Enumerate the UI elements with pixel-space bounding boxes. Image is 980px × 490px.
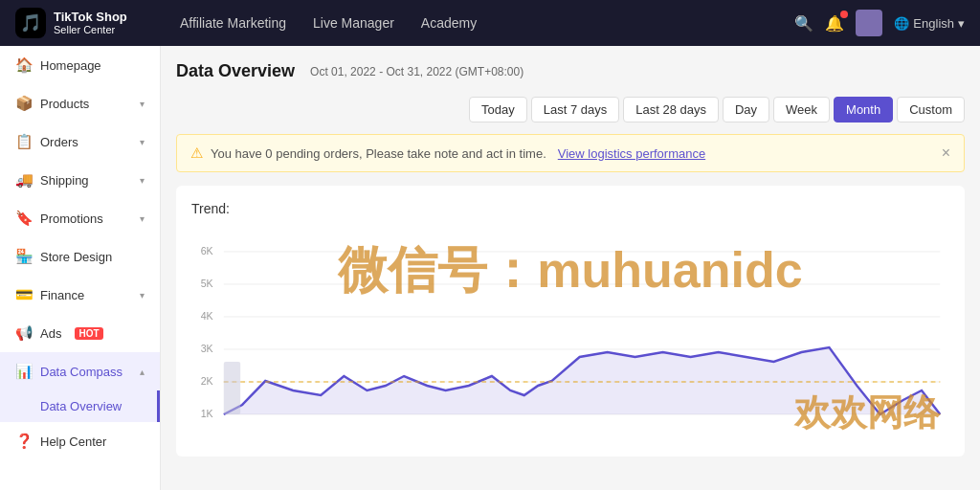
svg-text:2K: 2K — [201, 375, 214, 387]
date-btn-today[interactable]: Today — [469, 97, 527, 122]
top-navigation: 🎵 TikTok Shop Seller Center Affiliate Ma… — [0, 0, 980, 46]
date-btn-week[interactable]: Week — [773, 97, 830, 122]
page-title: Data Overview — [176, 61, 295, 81]
sidebar-item-ads[interactable]: 📢 Ads HOT — [0, 314, 160, 352]
chart-container: Trend: 微信号：muhuanidc 6K 5K 4K 3K 2K 1K — [176, 186, 965, 457]
data-compass-icon: 📊 — [15, 363, 31, 380]
store-design-icon: 🏪 — [15, 248, 31, 265]
chevron-down-icon: ▾ — [140, 175, 145, 186]
sidebar-item-promotions[interactable]: 🔖 Promotions ▾ — [0, 199, 160, 237]
trend-chart: 6K 5K 4K 3K 2K 1K — [191, 228, 949, 438]
tiktok-logo-icon: 🎵 — [15, 8, 46, 38]
chevron-down-icon: ▾ — [140, 99, 145, 109]
pending-orders-alert: ⚠ You have 0 pending orders, Please take… — [176, 134, 965, 172]
chevron-down-icon: ▾ — [140, 137, 145, 147]
date-btn-day[interactable]: Day — [723, 97, 769, 122]
main-layout: 🏠 Homepage 📦 Products ▾ 📋 Orders ▾ 🚚 Shi… — [0, 46, 980, 490]
svg-text:6K: 6K — [201, 245, 214, 256]
nav-academy[interactable]: Academy — [421, 11, 477, 34]
language-selector[interactable]: 🌐 English ▾ — [894, 16, 965, 31]
svg-text:4K: 4K — [201, 310, 214, 322]
warning-icon: ⚠ — [190, 145, 203, 162]
finance-icon: 💳 — [15, 286, 31, 303]
date-btn-custom[interactable]: Custom — [897, 97, 965, 122]
products-icon: 📦 — [15, 95, 31, 112]
sidebar-item-finance[interactable]: 💳 Finance ▾ — [0, 276, 160, 314]
chevron-down-icon: ▾ — [140, 213, 145, 224]
home-icon: 🏠 — [15, 56, 31, 74]
svg-text:3K: 3K — [201, 343, 214, 354]
help-icon: ❓ — [15, 433, 31, 450]
svg-text:5K: 5K — [201, 278, 214, 289]
sidebar-item-orders[interactable]: 📋 Orders ▾ — [0, 122, 160, 161]
hot-badge: HOT — [75, 327, 102, 340]
chevron-down-icon: ▾ — [140, 290, 145, 301]
sidebar-item-products[interactable]: 📦 Products ▾ — [0, 84, 160, 122]
date-btn-last7[interactable]: Last 7 days — [531, 97, 620, 122]
chevron-up-icon: ▴ — [140, 367, 145, 377]
chart-wrapper: 微信号：muhuanidc 6K 5K 4K 3K 2K 1K — [191, 228, 949, 441]
date-btn-last28[interactable]: Last 28 days — [623, 97, 719, 122]
sidebar-subitem-data-overview[interactable]: Data Overview — [0, 390, 160, 422]
sidebar-item-data-compass[interactable]: 📊 Data Compass ▴ — [0, 352, 160, 390]
svg-rect-13 — [224, 362, 240, 414]
logistics-performance-link[interactable]: View logistics performance — [558, 146, 705, 161]
sidebar-item-store-design[interactable]: 🏪 Store Design — [0, 237, 160, 276]
date-buttons: Today Last 7 days Last 28 days Day Week … — [469, 97, 965, 122]
sidebar-item-shipping[interactable]: 🚚 Shipping ▾ — [0, 161, 160, 199]
ads-icon: 📢 — [15, 324, 31, 342]
avatar[interactable] — [856, 10, 882, 36]
chart-title: Trend: — [191, 201, 949, 216]
sidebar-item-homepage[interactable]: 🏠 Homepage — [0, 46, 160, 84]
alert-message: You have 0 pending orders, Please take n… — [211, 146, 546, 161]
sidebar-item-help-center[interactable]: ❓ Help Center — [0, 422, 160, 460]
promotions-icon: 🔖 — [15, 210, 31, 227]
svg-text:1K: 1K — [201, 408, 214, 419]
logo: 🎵 TikTok Shop Seller Center — [15, 8, 149, 38]
nav-live-manager[interactable]: Live Manager — [313, 11, 394, 34]
nav-links: Affiliate Marketing Live Manager Academy — [180, 11, 764, 34]
main-content: Data Overview Oct 01, 2022 - Oct 31, 202… — [161, 46, 980, 490]
page-header: Data Overview Oct 01, 2022 - Oct 31, 202… — [176, 61, 965, 122]
shipping-icon: 🚚 — [15, 171, 31, 189]
nav-affiliate-marketing[interactable]: Affiliate Marketing — [180, 11, 286, 34]
notification-icon[interactable]: 🔔 — [825, 14, 844, 33]
search-icon[interactable]: 🔍 — [794, 14, 813, 33]
date-range: Oct 01, 2022 - Oct 31, 2022 (GMT+08:00) — [310, 65, 523, 78]
logo-text: TikTok Shop Seller Center — [54, 10, 127, 37]
alert-close-icon[interactable]: × — [942, 145, 950, 162]
date-btn-month[interactable]: Month — [834, 97, 893, 122]
sidebar: 🏠 Homepage 📦 Products ▾ 📋 Orders ▾ 🚚 Shi… — [0, 46, 161, 490]
notification-badge — [840, 11, 848, 18]
nav-right: 🔍 🔔 🌐 English ▾ — [794, 10, 965, 36]
orders-icon: 📋 — [15, 133, 31, 150]
